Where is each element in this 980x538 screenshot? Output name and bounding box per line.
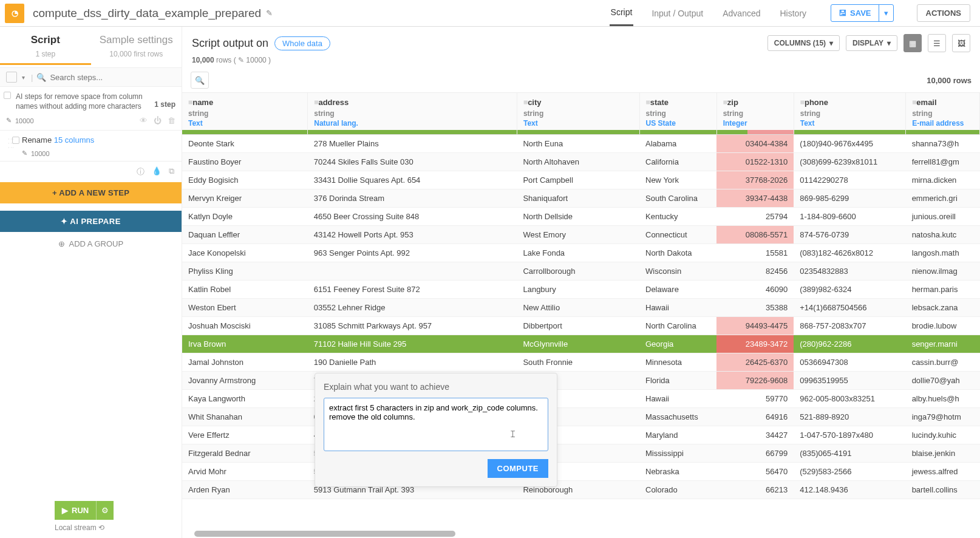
cell[interactable]: 412.148.9436	[794, 481, 905, 499]
cell[interactable]: California	[639, 153, 716, 171]
app-logo[interactable]: ◔	[5, 4, 24, 23]
table-row[interactable]: Eddy Bogisich33431 Dollie Squares Apt. 6…	[182, 171, 980, 189]
cell[interactable]: Irva Brown	[182, 335, 308, 353]
cell[interactable]: Joshuah Mosciski	[182, 317, 308, 335]
cell[interactable]: junious.oreill	[906, 208, 980, 226]
cell[interactable]: Florida	[639, 372, 716, 390]
cell[interactable]: McGlynnville	[517, 335, 639, 353]
cell[interactable]: 64916	[716, 408, 794, 426]
table-row[interactable]: Katlyn Doyle4650 Beer Crossing Suite 848…	[182, 208, 980, 226]
power-icon[interactable]: ⏻	[154, 116, 162, 125]
cell[interactable]: Nebraska	[639, 463, 716, 481]
cell[interactable]: Kentucky	[639, 208, 716, 226]
cell[interactable]: Weston Ebert	[182, 299, 308, 317]
table-row[interactable]: Phyliss KlingCarrollboroughWisconsin8245…	[182, 262, 980, 281]
cell[interactable]: Hawaii	[639, 299, 716, 317]
tab-history[interactable]: History	[779, 1, 808, 26]
table-row[interactable]: Whit Shanahan0Massachusetts64916521-889-…	[182, 408, 980, 426]
table-row[interactable]: Arden Ryan5913 Gutmann Trail Apt. 393Rei…	[182, 481, 980, 499]
cell[interactable]: Carrollborough	[517, 262, 639, 281]
cell[interactable]: 26425-6370	[716, 353, 794, 372]
table-row[interactable]: Vere Effertz4Maryland344271-047-570-1897…	[182, 426, 980, 444]
cell[interactable]: 6151 Feeney Forest Suite 872	[308, 281, 517, 299]
cell[interactable]: 71102 Hallie Hill Suite 295	[308, 335, 517, 353]
cell[interactable]: (308)699-6239x81011	[794, 153, 905, 171]
cell[interactable]: Whit Shanahan	[182, 408, 308, 426]
table-row[interactable]: Kaya Langworth2Hawaii59770962-005-8003x8…	[182, 390, 980, 408]
column-header-zip[interactable]: zip string Integer	[717, 93, 794, 130]
cell[interactable]: emmerich.gri	[906, 189, 980, 208]
table-search-icon[interactable]: 🔍	[191, 72, 209, 89]
cell[interactable]: (389)982-6324	[794, 281, 905, 299]
save-button-group[interactable]: 🖫SAVE ▾	[831, 4, 893, 22]
cell[interactable]: 1-184-809-6600	[794, 208, 905, 226]
cell[interactable]: ferrell81@gm	[906, 153, 980, 171]
column-header-name[interactable]: name string Text	[182, 93, 307, 130]
add-group-button[interactable]: ⊕ ADD A GROUP	[0, 232, 182, 256]
horizontal-scrollbar[interactable]	[194, 531, 455, 537]
cell[interactable]: 59770	[716, 390, 794, 408]
cell[interactable]: Colorado	[639, 481, 716, 499]
cell[interactable]: 4650 Beer Crossing Suite 848	[308, 208, 517, 226]
whole-data-button[interactable]: Whole data	[274, 36, 330, 50]
cell[interactable]: 868-757-2083x707	[794, 317, 905, 335]
view-list-icon[interactable]: ☰	[928, 34, 946, 52]
cell[interactable]: Kaya Langworth	[182, 390, 308, 408]
cell[interactable]: 23489-3472	[716, 335, 794, 353]
cell[interactable]: langosh.math	[906, 244, 980, 262]
cell[interactable]: (280)962-2286	[794, 335, 905, 353]
cell[interactable]: 79226-9608	[716, 372, 794, 390]
cell[interactable]: Delaware	[639, 281, 716, 299]
cell[interactable]: Jovanny Armstrong	[182, 372, 308, 390]
table-row[interactable]: Weston Ebert03552 Lehner RidgeNew Attili…	[182, 299, 980, 317]
cell[interactable]: cassin.burr@	[906, 353, 980, 372]
run-settings-button[interactable]: ⚙	[96, 501, 114, 520]
eye-icon[interactable]: 👁	[140, 116, 148, 125]
tab-input-output[interactable]: Input / Output	[650, 1, 704, 26]
cell[interactable]: Mississippi	[639, 444, 716, 463]
cell[interactable]: Mervyn Kreiger	[182, 189, 308, 208]
cell[interactable]: shanna73@h	[906, 135, 980, 153]
table-row[interactable]: Irva Brown71102 Hallie Hill Suite 295McG…	[182, 335, 980, 353]
cell[interactable]: 01522-1310	[716, 153, 794, 171]
save-dropdown[interactable]: ▾	[879, 5, 893, 21]
cell[interactable]: 31085 Schmitt Parkways Apt. 957	[308, 317, 517, 335]
cell[interactable]: North Altohaven	[517, 153, 639, 171]
cell[interactable]: 70244 Skiles Falls Suite 030	[308, 153, 517, 171]
cell[interactable]: Georgia	[639, 335, 716, 353]
add-step-button[interactable]: + ADD A NEW STEP	[0, 182, 182, 203]
step-group[interactable]: AI steps for remove space from column na…	[0, 87, 182, 131]
cell[interactable]: 25794	[716, 208, 794, 226]
table-row[interactable]: Jovanny Armstrong7Florida79226-960809963…	[182, 372, 980, 390]
cell[interactable]: Wisconsin	[639, 262, 716, 281]
cell[interactable]: Vere Effertz	[182, 426, 308, 444]
columns-button[interactable]: COLUMNS (15)▾	[767, 35, 840, 51]
tab-advanced[interactable]: Advanced	[721, 1, 761, 26]
cell[interactable]: natosha.kutc	[906, 226, 980, 244]
cell[interactable]: South Fronnie	[517, 353, 639, 372]
cell[interactable]: Langbury	[517, 281, 639, 299]
search-steps-input[interactable]	[50, 73, 178, 82]
left-tab-script[interactable]: Script 1 step	[0, 27, 91, 67]
cell[interactable]: 869-985-6299	[794, 189, 905, 208]
cell[interactable]: 01142290278	[794, 171, 905, 189]
cell[interactable]: Daquan Leffler	[182, 226, 308, 244]
copy-icon[interactable]: ⧉	[169, 166, 174, 177]
cell[interactable]: 376 Dorinda Stream	[308, 189, 517, 208]
cell[interactable]: 02354832883	[794, 262, 905, 281]
column-header-phone[interactable]: phone string Text	[794, 93, 905, 130]
table-row[interactable]: Daquan Leffler43142 Howell Ports Apt. 95…	[182, 226, 980, 244]
cell[interactable]: lebsack.zana	[906, 299, 980, 317]
step-item[interactable]: Rename 15 columns ✎ 10000	[0, 131, 182, 162]
cell[interactable]: South Carolina	[639, 189, 716, 208]
cell[interactable]: Lake Fonda	[517, 244, 639, 262]
cell[interactable]: 39347-4438	[716, 189, 794, 208]
cell[interactable]: 09963519955	[794, 372, 905, 390]
local-stream-label[interactable]: Local stream ⟲	[55, 523, 114, 532]
cell[interactable]: Jamal Johnston	[182, 353, 308, 372]
view-table-icon[interactable]: ▦	[903, 34, 922, 52]
cell[interactable]: (083)182-4626x8012	[794, 244, 905, 262]
column-header-address[interactable]: address string Natural lang.	[308, 93, 517, 130]
compute-button[interactable]: COMPUTE	[488, 459, 549, 478]
cell[interactable]: New York	[639, 171, 716, 189]
